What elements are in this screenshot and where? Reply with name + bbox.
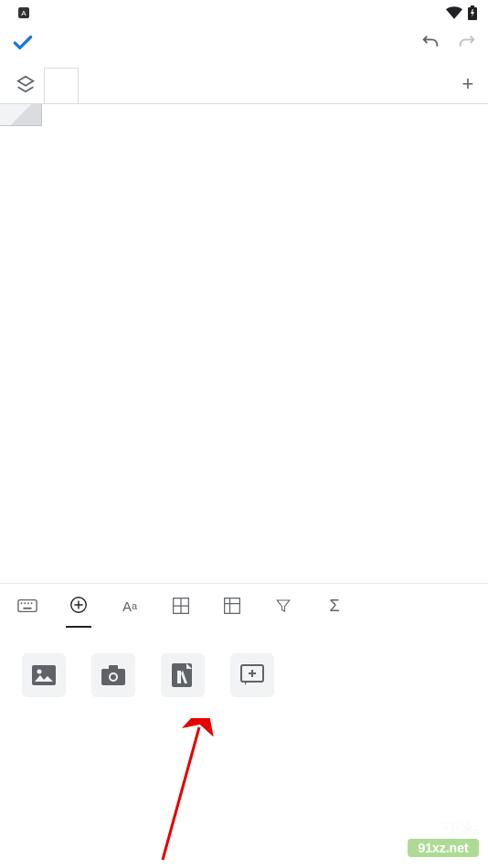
- input-mode-badge: A: [18, 7, 29, 18]
- insert-tencent-button[interactable]: [161, 653, 205, 706]
- camera-icon: [91, 653, 135, 697]
- svg-rect-11: [32, 665, 56, 685]
- svg-point-3: [21, 602, 23, 604]
- svg-rect-1: [471, 5, 474, 7]
- svg-point-16: [111, 674, 116, 680]
- svg-point-4: [24, 602, 26, 604]
- svg-rect-14: [109, 665, 118, 671]
- cell-tab[interactable]: [168, 584, 194, 628]
- filter-tab[interactable]: [271, 584, 296, 628]
- tool-strip: Aa Σ: [0, 584, 488, 628]
- svg-text:91xz.net: 91xz.net: [418, 841, 469, 855]
- redo-button[interactable]: [457, 33, 477, 57]
- sheet-tab[interactable]: [44, 68, 79, 103]
- insert-image-button[interactable]: [22, 653, 66, 706]
- tencent-docs-icon: [161, 653, 205, 697]
- keyboard-icon[interactable]: [15, 584, 40, 628]
- add-sheet-button[interactable]: +: [448, 64, 488, 103]
- comment-icon: [230, 653, 274, 697]
- layers-button[interactable]: [7, 64, 44, 103]
- select-all-corner[interactable]: [0, 104, 42, 126]
- image-icon: [22, 653, 66, 697]
- text-format-tab[interactable]: Aa: [117, 584, 143, 628]
- spreadsheet-grid[interactable]: [0, 104, 488, 126]
- confirm-button[interactable]: [11, 31, 35, 58]
- insert-camera-button[interactable]: [91, 653, 135, 706]
- insert-tab[interactable]: [66, 584, 91, 628]
- svg-text:下载站: 下载站: [437, 820, 479, 836]
- topbar: [0, 26, 488, 64]
- status-time: A: [11, 7, 29, 18]
- formula-tab[interactable]: Σ: [322, 584, 347, 628]
- wifi-icon: [446, 6, 462, 19]
- sheet-tabs-row: +: [0, 64, 488, 104]
- table-tab[interactable]: [219, 584, 245, 628]
- column-headers-row: [0, 104, 488, 126]
- undo-button[interactable]: [420, 33, 440, 57]
- svg-rect-10: [225, 598, 240, 614]
- battery-icon: [468, 5, 477, 20]
- status-icons: [446, 5, 477, 20]
- insert-panel: [0, 628, 488, 732]
- status-bar: A: [0, 0, 488, 26]
- svg-point-6: [31, 602, 33, 604]
- watermark: 下载站 91xz.net: [398, 819, 481, 863]
- svg-point-12: [37, 670, 42, 674]
- svg-rect-7: [23, 608, 31, 609]
- insert-comment-button[interactable]: [230, 653, 274, 706]
- svg-point-5: [27, 602, 29, 604]
- svg-rect-2: [18, 600, 37, 612]
